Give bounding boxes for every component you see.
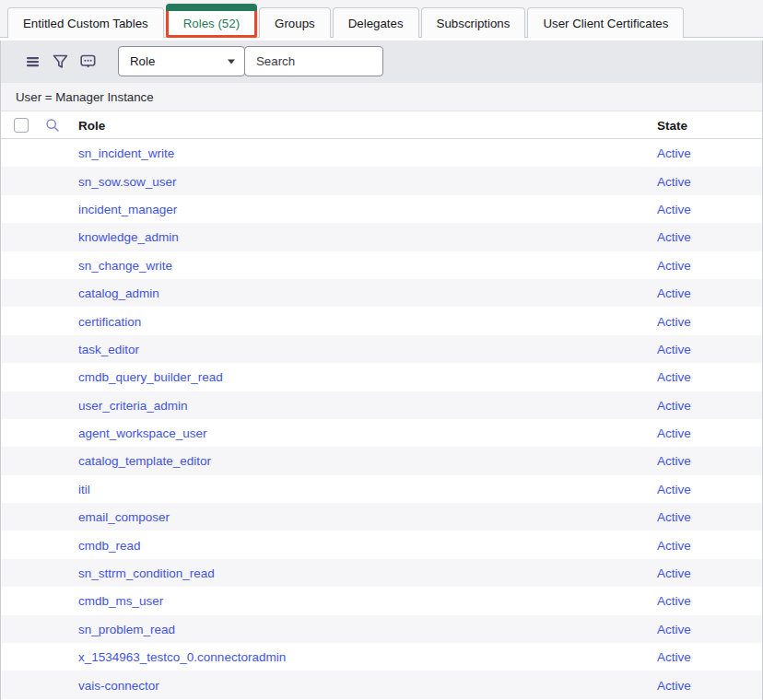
role-link[interactable]: cmdb_query_builder_read	[78, 370, 223, 384]
table-row: sn_sow.sow_user Active	[1, 167, 762, 194]
state-link[interactable]: Active	[657, 146, 691, 160]
column-header-state[interactable]: State	[657, 118, 687, 132]
table-row: knowledge_admin Active	[1, 223, 762, 251]
tab-label: User Client Certificates	[543, 17, 668, 30]
breadcrumb: User = Manager Instance	[1, 83, 762, 111]
role-link[interactable]: agent_workspace_user	[78, 426, 207, 440]
state-link[interactable]: Active	[657, 314, 691, 328]
menu-icon[interactable]	[23, 52, 43, 72]
tab-entitled-custom-tables[interactable]: Entitled Custom Tables	[7, 7, 164, 38]
tab-content-panel: Role User = Manager Instance Role State …	[0, 41, 763, 700]
state-link[interactable]: Active	[657, 622, 691, 636]
role-link[interactable]: sn_sttrm_condition_read	[78, 566, 215, 580]
state-link[interactable]: Active	[657, 370, 691, 384]
state-link[interactable]: Active	[657, 286, 691, 300]
state-link[interactable]: Active	[657, 426, 691, 440]
state-link[interactable]: Active	[657, 174, 691, 188]
table-row: user_criteria_admin Active	[1, 391, 762, 419]
list-toolbar: Role	[1, 41, 762, 83]
state-link[interactable]: Active	[657, 230, 691, 244]
role-link[interactable]: sn_change_write	[78, 258, 172, 272]
select-all-checkbox[interactable]	[14, 118, 29, 133]
search-column-select[interactable]: Role	[118, 46, 245, 76]
role-link[interactable]: incident_manager	[78, 202, 177, 216]
tab-label: Subscriptions	[437, 17, 511, 30]
role-link[interactable]: task_editor	[78, 342, 139, 356]
state-link[interactable]: Active	[657, 202, 691, 216]
role-link[interactable]: sn_incident_write	[78, 146, 174, 160]
table-row: cmdb_ms_user Active	[1, 587, 762, 614]
role-link[interactable]: cmdb_ms_user	[78, 594, 163, 608]
state-link[interactable]: Active	[657, 454, 691, 468]
state-link[interactable]: Active	[657, 538, 691, 552]
table-row: catalog_admin Active	[1, 279, 762, 307]
tab-delegates[interactable]: Delegates	[333, 7, 419, 38]
table-body: sn_incident_write Active sn_sow.sow_user…	[1, 139, 762, 699]
tab-user-client-certificates[interactable]: User Client Certificates	[527, 7, 684, 38]
table-row: vais-connector Active	[1, 671, 762, 698]
table-row: itil Active	[1, 475, 762, 503]
table-row: sn_incident_write Active	[1, 139, 762, 167]
tab-label: Groups	[275, 17, 315, 30]
table-row: sn_change_write Active	[1, 251, 762, 279]
state-link[interactable]: Active	[657, 258, 691, 272]
state-link[interactable]: Active	[657, 650, 691, 664]
state-link[interactable]: Active	[657, 482, 691, 496]
role-link[interactable]: cmdb_read	[78, 538, 141, 552]
tab-label: Roles (52)	[183, 17, 240, 30]
role-link[interactable]: catalog_admin	[78, 286, 159, 300]
table-row: email_composer Active	[1, 503, 762, 531]
table-row: catalog_template_editor Active	[1, 447, 762, 474]
feedback-bubble-icon[interactable]	[77, 52, 98, 72]
tab-label: Entitled Custom Tables	[23, 17, 148, 30]
tab-roles-52[interactable]: Roles (52)	[166, 8, 257, 38]
table-row: agent_workspace_user Active	[1, 419, 762, 447]
table-row: cmdb_query_builder_read Active	[1, 363, 762, 391]
role-link[interactable]: x_1534963_testco_0.connectoradmin	[78, 650, 286, 664]
state-link[interactable]: Active	[657, 342, 691, 356]
table-header-row: Role State	[1, 111, 762, 139]
role-link[interactable]: certification	[78, 314, 141, 328]
table-row: cmdb_read Active	[1, 531, 762, 558]
column-search-icon[interactable]	[45, 118, 60, 133]
table-row: task_editor Active	[1, 335, 762, 363]
role-link[interactable]: email_composer	[78, 510, 170, 524]
search-input[interactable]	[244, 46, 383, 76]
tab-groups[interactable]: Groups	[259, 7, 331, 38]
table-row: sn_problem_read Active	[1, 615, 762, 643]
table-row: certification Active	[1, 307, 762, 334]
state-link[interactable]: Active	[657, 566, 691, 580]
role-link[interactable]: knowledge_admin	[78, 230, 179, 244]
tab-bar: Entitled Custom Tables Roles (52) Groups…	[0, 0, 763, 38]
role-link[interactable]: catalog_template_editor	[78, 454, 211, 468]
role-link[interactable]: user_criteria_admin	[78, 398, 188, 412]
state-link[interactable]: Active	[657, 510, 691, 524]
column-header-role[interactable]: Role	[78, 118, 105, 132]
tab-label: Delegates	[348, 17, 404, 30]
filter-icon[interactable]	[50, 52, 70, 72]
table-row: incident_manager Active	[1, 195, 762, 223]
state-link[interactable]: Active	[657, 594, 691, 608]
table-row: sn_sttrm_condition_read Active	[1, 559, 762, 587]
roles-list-page: Entitled Custom Tables Roles (52) Groups…	[0, 0, 763, 700]
filter-condition[interactable]: User = Manager Instance	[16, 90, 154, 104]
role-link[interactable]: itil	[78, 482, 90, 496]
role-link[interactable]: vais-connector	[78, 678, 159, 692]
role-link[interactable]: sn_sow.sow_user	[78, 174, 177, 188]
state-link[interactable]: Active	[657, 398, 691, 412]
state-link[interactable]: Active	[657, 678, 691, 692]
search-column-value: Role	[130, 54, 155, 68]
chevron-down-icon	[228, 59, 235, 64]
active-tab-indicator	[166, 4, 257, 11]
role-link[interactable]: sn_problem_read	[78, 622, 175, 636]
tab-subscriptions[interactable]: Subscriptions	[421, 7, 526, 38]
table-row: x_1534963_testco_0.connectoradmin Active	[1, 643, 762, 671]
